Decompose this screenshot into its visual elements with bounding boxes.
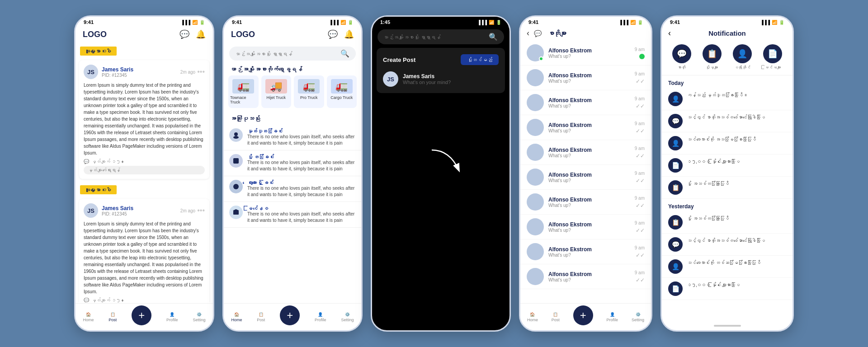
bottom-nav-4: 🏠 Home 📋 Post + 👤 Profile ⚙️ Setting xyxy=(520,303,651,330)
comment-count-1: မှတ်ချက် ၁၅ ♦ xyxy=(92,159,124,164)
notif-header: ‹ Notification xyxy=(662,26,793,41)
msg-content-5: Alfonso Ekstrom What's up? xyxy=(548,172,630,183)
nav-plus-2[interactable]: + xyxy=(280,305,300,325)
truck-card-townace[interactable]: 🚛 Townace Truck xyxy=(228,75,259,108)
post-list-text-1: There is no one who loves pain itself, w… xyxy=(247,134,356,146)
post-icon-1: 📋 xyxy=(110,312,115,317)
msg-time-7: 9 am xyxy=(635,220,645,225)
setting-icon-1: ⚙️ xyxy=(197,312,202,317)
msg-item-0[interactable]: Alfonso Ekstrom What's up? 9 am xyxy=(520,41,651,66)
notif-tab-chat[interactable]: 💬 စာတို xyxy=(672,44,691,70)
top-bar-icons-2: 💬 🔔 xyxy=(328,29,354,39)
truck-card-hijet[interactable]: 🚚 Hijet Truck xyxy=(261,75,292,108)
truck-name-1: Townace Truck xyxy=(230,95,257,104)
time-5: 9:41 xyxy=(670,19,680,25)
msg-time-1: 9 am xyxy=(635,71,645,76)
chat-icon-1[interactable]: 💬 xyxy=(179,29,189,39)
bell-icon-1[interactable]: 🔔 xyxy=(196,29,206,39)
time-2: 9:41 xyxy=(232,19,242,25)
messages-title: စာတိုများ xyxy=(548,30,566,37)
status-bar-5: 9:41 ▐▐▐ 📶 🔋 xyxy=(662,17,793,26)
post-icon-2: 📋 xyxy=(259,312,264,317)
post-list-item-3[interactable]: ဈေးကားငွေ ခြင်း There is no one who love… xyxy=(224,176,361,202)
msg-status-8: ✓✓ xyxy=(636,252,645,258)
post-icon-4: 📋 xyxy=(553,312,558,317)
notif-back-btn[interactable]: ‹ xyxy=(668,28,671,38)
truck-name-3: Pro Truck xyxy=(300,95,318,100)
msg-item-1[interactable]: Alfonso Ekstrom What's up? 9 am ✓✓ xyxy=(520,66,651,90)
msg-content-6: Alfonso Ekstrom What's up? xyxy=(548,197,630,208)
nav-home-4[interactable]: 🏠 Home xyxy=(527,312,538,322)
truck-name-2: Hijet Truck xyxy=(266,95,286,100)
search-bar-2[interactable]: 🔍 xyxy=(229,47,356,61)
notif-tab-label-chat: စာတို xyxy=(677,65,686,70)
nav-post-1[interactable]: 📋 Post xyxy=(108,312,117,322)
truck-card-cargo[interactable]: 🚛 Cargo Truck xyxy=(327,75,357,108)
truck-card-pro[interactable]: 🚛 Pro Truck xyxy=(294,75,324,108)
time-3: 1:45 xyxy=(380,19,390,25)
post-list-item-1[interactable]: မုတ်ပုတင်ခြင်း There is no one who loves… xyxy=(224,125,361,150)
post-author-2: James Saris xyxy=(102,205,180,211)
nav-profile-1[interactable]: 👤 Profile xyxy=(166,312,178,322)
notif-tab-doc[interactable]: 📄 မြင်မများ xyxy=(763,44,782,70)
chat-icon-2[interactable]: 💬 xyxy=(328,29,338,39)
nav-plus-4[interactable]: + xyxy=(573,305,593,325)
msg-content-3: Alfonso Ekstrom What's up? xyxy=(548,122,630,133)
notif-tab-icon-profile: 👤 xyxy=(733,44,752,63)
nav-setting-4[interactable]: ⚙️ Setting xyxy=(632,312,644,322)
nav-plus-1[interactable]: + xyxy=(132,305,151,325)
nav-post-2[interactable]: 📋 Post xyxy=(257,312,265,322)
category-title-2: ယာဉ်အမျိုးအစားလိုက်ရှာဖွေရန် xyxy=(224,64,361,75)
dark-search-bar[interactable]: 🔍 xyxy=(377,29,504,44)
nav-profile-2[interactable]: 👤 Profile xyxy=(315,312,326,322)
nav-home-2[interactable]: 🏠 Home xyxy=(231,312,242,322)
msg-content-7: Alfonso Ekstrom What's up? xyxy=(548,221,630,233)
svg-marker-5 xyxy=(233,209,239,211)
notif-tab-post[interactable]: 📋 ပို့မှများ xyxy=(703,44,722,70)
msg-item-3[interactable]: Alfonso Ekstrom What's up? 9 am ✓✓ xyxy=(520,115,651,140)
notif-tab-profile[interactable]: 👤 ပရိုဖိုင် xyxy=(733,44,752,70)
post-list-item-2[interactable]: ပို့ တင်ခြင်း There is no one who loves … xyxy=(224,150,361,176)
messages-icon: 💬 xyxy=(534,30,542,37)
messages-header: ‹ 💬 စာတိုများ xyxy=(520,26,651,41)
post-list-item-4[interactable]: မြင်နေစ There is no one who loves pain i… xyxy=(224,202,361,228)
nav-profile-4[interactable]: 👤 Profile xyxy=(607,312,618,322)
nav-post-4[interactable]: 📋 Post xyxy=(552,312,560,322)
msg-item-4[interactable]: Alfonso Ekstrom What's up? 9 am ✓✓ xyxy=(520,140,651,165)
notif-tab-icon-post: 📋 xyxy=(703,44,722,63)
nav-setting-2[interactable]: ⚙️ Setting xyxy=(341,312,354,322)
post-more-1[interactable]: ••• xyxy=(197,68,205,76)
back-btn-4[interactable]: ‹ xyxy=(527,28,529,38)
msg-item-7[interactable]: Alfonso Ekstrom What's up? 9 am ✓✓ xyxy=(520,215,651,239)
search-input-2[interactable] xyxy=(236,51,338,56)
notif-item-t3: 📄 ၁၅,၀၀၀ မြိုင် လျှောထားပါပြ xyxy=(662,155,793,177)
dark-search-input[interactable] xyxy=(384,34,486,40)
phone-3-wrapper: 1:45 ▐▐▐ 📶 🔋 🔍 Create Post ပို့တင်မည် JS… xyxy=(371,15,511,332)
msg-status-9: ✓✓ xyxy=(636,277,645,283)
phone-2: 9:41 ▐▐▐ 📶 🔋 LOGO 💬 🔔 🔍 ယာဉ်အမျိုးအစားလိ… xyxy=(222,15,363,332)
truck-icon-2: 🚚 xyxy=(265,79,287,94)
msg-status-2: ✓✓ xyxy=(636,103,645,109)
phone-5: 9:41 ▐▐▐ 📶 🔋 ‹ Notification 💬 စာတို 📋 ပိ… xyxy=(660,15,794,332)
comment-input-1[interactable] xyxy=(84,166,205,174)
comment-icon-1: 💬 xyxy=(84,159,89,164)
msg-content-4: Alfonso Ekstrom What's up? xyxy=(548,147,630,158)
nav-home-1[interactable]: 🏠 Home xyxy=(83,312,94,322)
time-1: 9:41 xyxy=(84,19,94,25)
section-label-1b: လူမှုသော းပါ xyxy=(80,185,117,194)
post-more-2[interactable]: ••• xyxy=(197,206,205,215)
home-icon-4: 🏠 xyxy=(530,312,535,317)
home-indicator-5 xyxy=(714,325,741,327)
msg-item-8[interactable]: Alfonso Ekstrom What's up? 9 am ✓✓ xyxy=(520,239,651,264)
msg-item-9[interactable]: Alfonso Ekstrom What's up? 9 am ✓✓ xyxy=(520,264,651,289)
msg-content-2: Alfonso Ekstrom What's up? xyxy=(548,97,630,108)
notif-icon-y0: 📋 xyxy=(668,215,683,230)
msg-status-4: ✓✓ xyxy=(636,153,645,159)
msg-item-5[interactable]: Alfonso Ekstrom What's up? 9 am ✓✓ xyxy=(520,165,651,190)
home-icon-1: 🏠 xyxy=(86,312,91,317)
msg-item-2[interactable]: Alfonso Ekstrom What's up? 9 am ✓✓ xyxy=(520,90,651,115)
nav-setting-1[interactable]: ⚙️ Setting xyxy=(193,312,205,322)
post-submit-btn[interactable]: ပို့တင်မည် xyxy=(461,54,499,65)
msg-item-6[interactable]: Alfonso Ekstrom What's up? 9 am ✓✓ xyxy=(520,190,651,215)
bell-icon-2[interactable]: 🔔 xyxy=(344,29,354,39)
